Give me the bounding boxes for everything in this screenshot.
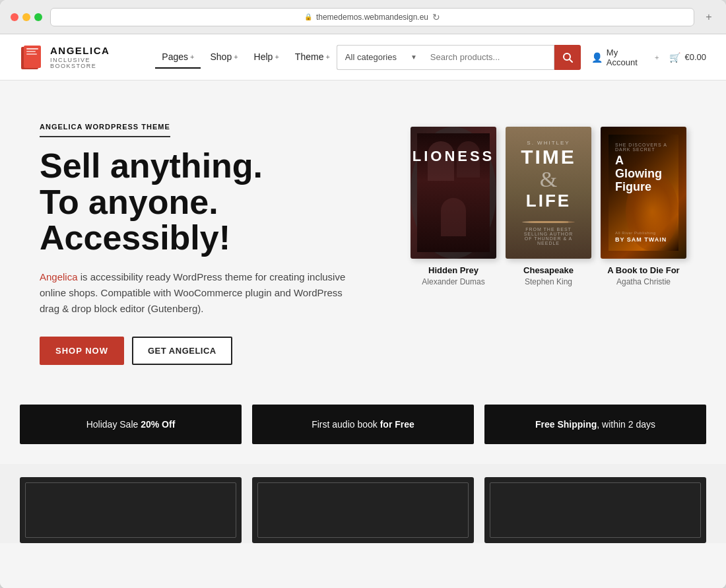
address-bar[interactable]: 🔒 themedemos.webmandesign.eu ↻ xyxy=(50,8,694,26)
book2-cover-title1: TIME xyxy=(521,147,576,167)
search-area: All categories ▼ xyxy=(337,45,581,70)
hero-books: LIONESS Hidden Prey Alexander Dumas S. W… xyxy=(411,127,686,286)
search-icon xyxy=(562,52,573,63)
account-plus-icon: + xyxy=(655,53,659,61)
svg-rect-2 xyxy=(26,48,38,49)
book3-author: Agatha Christie xyxy=(616,277,671,286)
url-text: themedemos.webmandesign.eu xyxy=(316,13,428,22)
category-select[interactable]: All categories xyxy=(337,45,422,70)
book2-cover-amp: & xyxy=(540,168,557,191)
logo-name: ANGELICA xyxy=(50,46,139,55)
hero-heading-line2: To anyone. xyxy=(40,184,356,220)
account-icon: 👤 xyxy=(591,52,603,63)
cart-button[interactable]: 🛒 €0.00 xyxy=(669,52,706,63)
hero-link[interactable]: Angelica xyxy=(40,271,78,282)
book-card-2: S. WHITLEY TIME & LIFE FROM THE BEST SEL… xyxy=(506,127,591,286)
banner1-text-normal: Holiday Sale xyxy=(86,419,141,430)
banner2-text-bold: for Free xyxy=(380,419,414,430)
search-button[interactable] xyxy=(554,45,581,70)
book3-discovery: SHE DISCOVERS A DARK SECRET xyxy=(615,143,672,152)
nav-shop-plus: + xyxy=(234,53,238,61)
banner2-text-normal: First audio book xyxy=(312,419,380,430)
maximize-button[interactable] xyxy=(34,13,42,21)
close-button[interactable] xyxy=(11,13,18,21)
book2-author: Stephen King xyxy=(525,277,572,286)
reload-icon[interactable]: ↻ xyxy=(432,12,440,22)
cart-icon: 🛒 xyxy=(669,52,680,63)
site-content: ANGELICA INCLUSIVE BOOKSTORE Pages + Sho… xyxy=(0,34,726,588)
svg-rect-3 xyxy=(26,51,36,52)
banner-item-3: Free Shipping, within 2 days xyxy=(484,405,706,444)
get-angelica-button[interactable]: GET ANGELICA xyxy=(132,337,232,365)
hero-heading: Sell anything. To anyone. Accessibly! xyxy=(40,148,356,256)
book2-cover-title2: LIFE xyxy=(526,192,571,209)
shop-now-button[interactable]: SHOP NOW xyxy=(40,337,124,365)
hero-heading-line3: Accessibly! xyxy=(40,220,356,256)
book-cover-2: S. WHITLEY TIME & LIFE FROM THE BEST SEL… xyxy=(506,127,591,259)
hero-heading-line1: Sell anything. xyxy=(40,148,356,184)
banner-section: Holiday Sale 20% Off First audio book fo… xyxy=(0,398,726,464)
book3-cover-line1: A Glowing xyxy=(615,154,672,181)
banner-item-2: First audio book for Free xyxy=(252,405,474,444)
banner-row: Holiday Sale 20% Off First audio book fo… xyxy=(20,405,706,444)
logo-text: ANGELICA INCLUSIVE BOOKSTORE xyxy=(50,46,139,69)
logo-icon xyxy=(20,44,44,71)
banner3-text-bold: Free Shipping xyxy=(535,419,597,430)
nav-help[interactable]: Help + xyxy=(248,46,286,69)
hero-buttons: SHOP NOW GET ANGELICA xyxy=(40,337,356,365)
hero-label: ANGELICA WORDPRESS THEME xyxy=(40,123,170,137)
category-select-wrapper: All categories ▼ xyxy=(337,45,422,70)
bottom-card-3 xyxy=(484,477,706,543)
site-header: ANGELICA INCLUSIVE BOOKSTORE Pages + Sho… xyxy=(0,34,726,81)
main-nav: Pages + Shop + Help + Theme + xyxy=(155,46,337,69)
banner3-text-normal: , within 2 days xyxy=(597,419,655,430)
book1-title: Hidden Prey xyxy=(428,265,478,275)
bottom-card-1 xyxy=(20,477,242,543)
nav-pages[interactable]: Pages + xyxy=(155,46,201,69)
nav-theme[interactable]: Theme + xyxy=(288,46,337,69)
logo-area[interactable]: ANGELICA INCLUSIVE BOOKSTORE xyxy=(20,44,139,71)
book3-cover-line2: Figure xyxy=(615,181,651,194)
banner1-text-bold: 20% Off xyxy=(141,419,175,430)
book-cover-1: LIONESS xyxy=(411,127,496,259)
hero-description: Angelica is accessibility ready WordPres… xyxy=(40,269,356,317)
book-card-1: LIONESS Hidden Prey Alexander Dumas xyxy=(411,127,496,286)
nav-theme-plus: + xyxy=(325,53,329,61)
book1-author: Alexander Dumas xyxy=(422,277,484,286)
banner-item-1: Holiday Sale 20% Off xyxy=(20,405,242,444)
new-tab-button[interactable]: + xyxy=(702,11,715,24)
hero-left: ANGELICA WORDPRESS THEME Sell anything. … xyxy=(40,120,356,365)
book1-cover-title: LIONESS xyxy=(412,149,495,164)
book2-title: Chesapeake xyxy=(523,265,574,275)
book-card-3: SHE DISCOVERS A DARK SECRET A Glowing Fi… xyxy=(601,127,686,286)
nav-shop[interactable]: Shop + xyxy=(203,46,244,69)
nav-pages-plus: + xyxy=(190,53,194,61)
nav-help-plus: + xyxy=(275,53,279,61)
bottom-card-2 xyxy=(252,477,474,543)
book-cover-3: SHE DISCOVERS A DARK SECRET A Glowing Fi… xyxy=(601,127,686,259)
traffic-lights xyxy=(11,13,42,21)
minimize-button[interactable] xyxy=(22,13,30,21)
browser-chrome: 🔒 themedemos.webmandesign.eu ↻ + xyxy=(0,0,726,34)
header-right: 👤 My Account + 🛒 €0.00 xyxy=(591,48,706,67)
book2-footer: FROM THE BEST SELLING AUTHOROF THUNDER &… xyxy=(519,227,578,245)
book3-publisher: All River Publishing xyxy=(615,231,656,235)
lock-icon: 🔒 xyxy=(304,13,312,20)
search-input[interactable] xyxy=(422,45,554,70)
account-button[interactable]: 👤 My Account + xyxy=(591,48,659,67)
book2-author-top: S. WHITLEY xyxy=(527,140,570,146)
logo-subtitle: INCLUSIVE BOOKSTORE xyxy=(50,57,139,69)
book3-title: A Book to Die For xyxy=(607,265,679,275)
svg-line-6 xyxy=(570,59,572,62)
hero-section: ANGELICA WORDPRESS THEME Sell anything. … xyxy=(0,81,726,398)
bottom-section xyxy=(0,464,726,543)
svg-rect-4 xyxy=(26,53,37,55)
bottom-row xyxy=(20,477,706,543)
book3-byline: BY SAM TWAIN xyxy=(615,236,667,243)
